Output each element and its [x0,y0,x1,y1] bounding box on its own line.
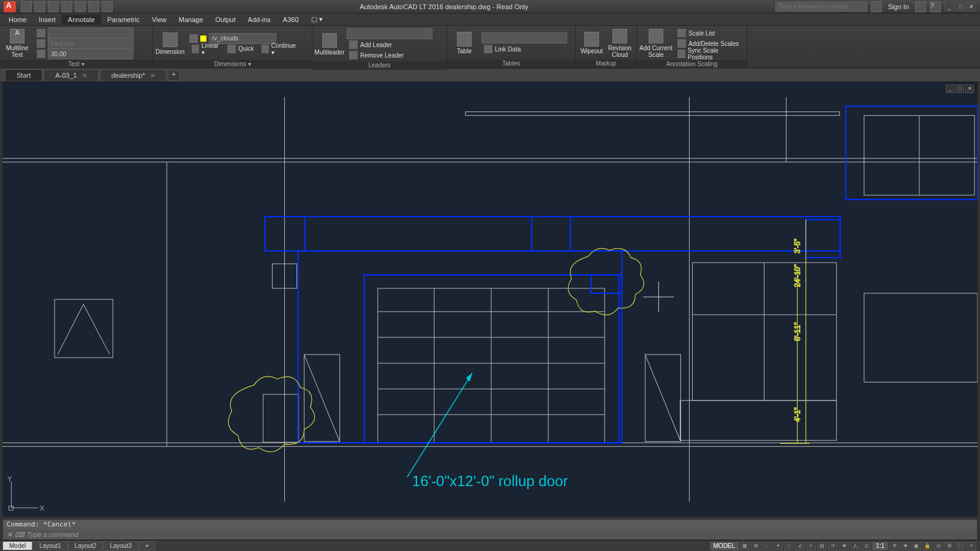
revision-cloud-button[interactable]: Revision Cloud [606,28,633,59]
tab-featured[interactable]: ▢ ▾ [305,14,329,24]
status-toggles: MODEL ▦ ⊞ ∟ ✦ □ ∠ ≡ ▤ ⟳ ✚ 人 ⚖ 1:1 ⚙ ✚ ▣ … [710,542,976,550]
tab-addins[interactable]: Add-ins [242,15,277,24]
ortho-toggle[interactable]: ∟ [762,542,772,550]
tab-a03[interactable]: A-03_1✕ [43,69,98,81]
help-search-input[interactable] [775,2,867,12]
dim-text: 4'-1" [793,407,802,422]
dim-text: 24'-10" [793,264,802,287]
transparency-toggle[interactable]: ▤ [817,542,827,550]
tab-parametric[interactable]: Parametric [101,15,146,24]
drawing-canvas[interactable]: _ □ ✕ [2,82,978,517]
print-icon[interactable] [75,1,86,12]
vp-maximize-button[interactable]: □ [956,84,964,93]
anno-visibility-toggle[interactable]: 人 [850,542,860,550]
help-icon[interactable]: ? [930,1,941,12]
osnap-toggle[interactable]: □ [784,542,794,550]
tab-manage[interactable]: Manage [173,15,209,24]
cycling-toggle[interactable]: ⟳ [828,542,838,550]
document-tabs: Start A-03_1✕ dealership*✕ + [0,69,980,82]
layout-model[interactable]: Model [2,541,32,550]
polar-toggle[interactable]: ✦ [773,542,783,550]
table-icon [457,32,472,47]
tab-output[interactable]: Output [209,15,242,24]
continue-dim-button[interactable]: Continue ▾ [259,44,300,54]
infocenter-icon[interactable] [871,1,882,12]
clean-screen[interactable]: ⛶ [956,542,965,550]
leader-icon [322,33,337,48]
text-style-dropdown[interactable] [34,28,136,38]
multileader-button[interactable]: Multileader [315,28,344,60]
customize-status[interactable]: ≡ [967,542,976,550]
link-data-button[interactable]: Link Data [481,44,567,54]
close-button[interactable]: ✕ [967,2,976,11]
otrack-toggle[interactable]: ∠ [795,542,805,550]
add-current-scale-button[interactable]: Add Current Scale [639,28,673,59]
linear-dim-button[interactable]: Linear ▾ [189,44,222,54]
find-text-input[interactable] [34,39,136,48]
app-logo[interactable] [4,1,16,12]
new-icon[interactable] [21,1,32,12]
quick-dim-button[interactable]: Quick [225,44,257,54]
layout-2[interactable]: Layout2 [68,541,104,550]
open-icon[interactable] [34,1,45,12]
table-button[interactable]: Table [450,28,479,59]
leader-style-dropdown[interactable] [347,28,432,39]
quick-properties[interactable]: ▣ [911,542,921,550]
auto-scale-toggle[interactable]: ⚖ [861,542,871,550]
svg-marker-45 [466,373,472,381]
hardware-accel[interactable]: ⦿ [944,542,954,550]
redo-icon[interactable] [102,1,113,12]
dim-tools: Linear ▾ Quick Continue ▾ [187,44,301,54]
command-prompt-icon: ⌨ [15,531,24,539]
anno-monitor-toggle[interactable]: ✚ [839,542,849,550]
tab-insert[interactable]: Insert [32,15,62,24]
callout-leader: 16'-0"x12'-0" rollup door [407,373,568,489]
layout-add-button[interactable]: + [138,541,156,550]
new-tab-button[interactable]: + [168,70,180,81]
sync-scale-button[interactable]: Sync Scale Positions [675,49,743,59]
scale-list-button[interactable]: Scale List [675,28,743,38]
table-style-dropdown[interactable] [481,32,567,43]
save-icon[interactable] [48,1,59,12]
svg-rect-28 [680,400,836,440]
anno-scale-dropdown[interactable]: 1:1 [872,542,888,550]
exchange-icon[interactable] [915,1,926,12]
tab-dealership[interactable]: dealership*✕ [100,69,167,81]
workspace-switch[interactable]: ⚙ [889,542,899,550]
model-space-indicator[interactable]: MODEL [710,542,739,550]
crosshair-cursor [643,282,674,312]
saveas-icon[interactable] [61,1,72,12]
command-line[interactable]: Command: *Cancel* ✕ ⌨ Type a command [2,519,978,540]
lineweight-toggle[interactable]: ≡ [806,542,816,550]
isolate-objects[interactable]: ◎ [933,542,943,550]
wipeout-button[interactable]: Wipeout [578,28,605,59]
vp-close-button[interactable]: ✕ [965,84,974,93]
command-input[interactable]: ✕ ⌨ Type a command [3,530,977,539]
layout-1[interactable]: Layout1 [32,541,68,550]
minimize-button[interactable]: _ [944,2,954,11]
layout-3[interactable]: Layout3 [103,541,138,550]
dimension-button[interactable]: Dimension [156,28,184,59]
tab-a360[interactable]: A360 [277,15,305,24]
tab-annotate[interactable]: Annotate [62,15,101,24]
text-height-input[interactable] [34,49,136,59]
signin-link[interactable]: Sign In [888,3,909,10]
maximize-button[interactable]: □ [956,2,965,11]
vp-minimize-button[interactable]: _ [946,84,954,93]
tab-home[interactable]: Home [2,15,32,24]
grid-toggle[interactable]: ▦ [740,542,750,550]
tab-view[interactable]: View [146,15,173,24]
remove-leader-button[interactable]: Remove Leader [347,50,432,60]
units-toggle[interactable]: ✚ [900,542,910,550]
tab-start[interactable]: Start [5,69,42,81]
snap-toggle[interactable]: ⊞ [751,542,761,550]
undo-icon[interactable] [88,1,99,12]
add-leader-button[interactable]: Add Leader [347,40,432,50]
close-icon[interactable]: ✕ [150,72,155,79]
scale-icon [649,29,663,43]
lock-ui[interactable]: 🔒 [922,542,932,550]
close-icon[interactable]: ✕ [82,72,87,79]
multiline-text-button[interactable]: AMultiline Text [2,28,32,59]
close-icon[interactable]: ✕ [7,531,12,539]
layout-tabs: Model Layout1 Layout2 Layout3 + [2,541,156,550]
